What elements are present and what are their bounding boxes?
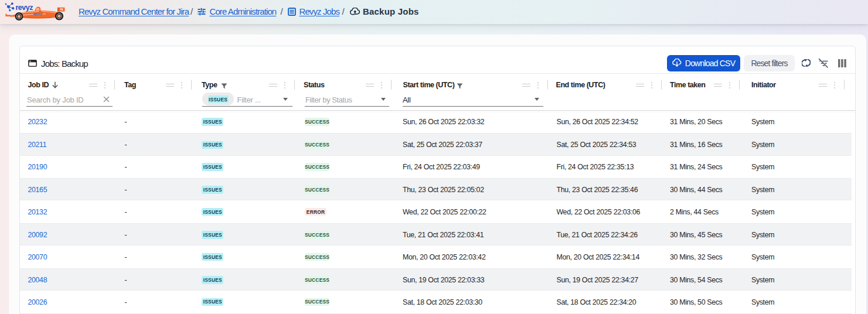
svg-text:49: 49	[60, 8, 63, 11]
svg-text:revyz: revyz	[16, 4, 33, 12]
svg-text:REVYZ: REVYZ	[33, 13, 42, 16]
